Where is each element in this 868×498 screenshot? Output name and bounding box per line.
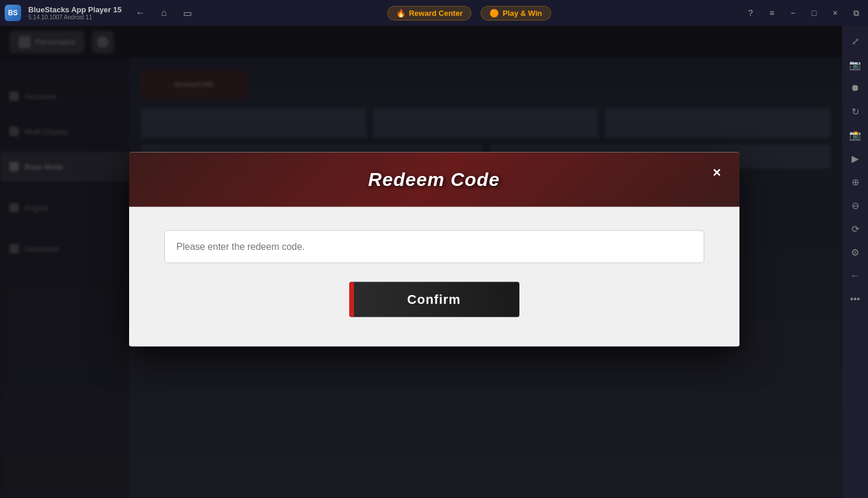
app-title: BlueStacks App Player 15 xyxy=(28,5,121,14)
close-button[interactable]: × xyxy=(826,4,845,22)
title-bar-center: 🔥 Reward Center 🟠 Play & Win xyxy=(197,6,741,21)
home-button[interactable]: ⌂ xyxy=(154,4,173,22)
menu-button[interactable]: ≡ xyxy=(762,4,781,22)
right-sidebar: ⤢ 📷 ⏺ ↻ 📸 ▶ ⊕ ⊖ ⟳ ⚙ ← ••• xyxy=(842,26,868,498)
dialog-title: Redeem Code xyxy=(368,168,499,190)
screen-record-icon[interactable]: ⏺ xyxy=(845,77,866,99)
minimize-button[interactable]: − xyxy=(783,4,802,22)
input-wrapper xyxy=(164,230,704,263)
dialog-header: Redeem Code × xyxy=(129,152,739,206)
reward-center-button[interactable]: 🔥 Reward Center xyxy=(387,6,472,21)
title-bar: BS BlueStacks App Player 15 5.14.10.1007… xyxy=(0,0,868,26)
dialog-close-button[interactable]: × xyxy=(707,161,728,182)
play-win-icon: 🟠 xyxy=(489,9,499,18)
more-options-icon[interactable]: ••• xyxy=(845,289,866,310)
window-controls: ? ≡ − □ × ⧉ xyxy=(741,4,866,22)
app-logo: BS xyxy=(0,0,26,26)
reward-center-label: Reward Center xyxy=(409,9,463,18)
confirm-button[interactable]: Confirm xyxy=(349,282,519,317)
tabs-button[interactable]: ▭ xyxy=(178,4,197,22)
confirm-label: Confirm xyxy=(407,292,461,307)
maximize-button[interactable]: □ xyxy=(805,4,823,22)
zoom-in-icon[interactable]: ⊕ xyxy=(845,171,866,192)
play-win-button[interactable]: 🟠 Play & Win xyxy=(481,6,550,21)
app-name-section: BlueStacks App Player 15 5.14.10.1007 An… xyxy=(28,5,121,21)
reward-icon: 🔥 xyxy=(396,9,406,18)
expand-icon[interactable]: ⤢ xyxy=(845,31,866,52)
play-win-label: Play & Win xyxy=(502,9,542,18)
settings-icon[interactable]: ⚙ xyxy=(845,242,866,263)
arrow-back-icon[interactable]: ← xyxy=(845,265,866,286)
camera-icon[interactable]: 📸 xyxy=(845,124,866,145)
back-button[interactable]: ← xyxy=(131,4,150,22)
app-version: 5.14.10.1007 Android 11 xyxy=(28,14,121,21)
refresh-icon[interactable]: ↻ xyxy=(845,101,866,122)
zoom-out-icon[interactable]: ⊖ xyxy=(845,195,866,216)
help-button[interactable]: ? xyxy=(741,4,760,22)
redeem-code-input[interactable] xyxy=(164,230,704,263)
media-icon[interactable]: ▶ xyxy=(845,148,866,169)
nav-buttons: ← ⌂ ▭ xyxy=(131,4,197,22)
restore-button[interactable]: ⧉ xyxy=(847,4,866,22)
bluestacks-logo: BS xyxy=(5,5,21,21)
dialog-body: Confirm xyxy=(129,206,739,346)
redeem-code-dialog: Redeem Code × Confirm xyxy=(129,152,739,346)
rotate-icon[interactable]: ⟳ xyxy=(845,218,866,239)
screenshot-icon[interactable]: 📷 xyxy=(845,54,866,75)
